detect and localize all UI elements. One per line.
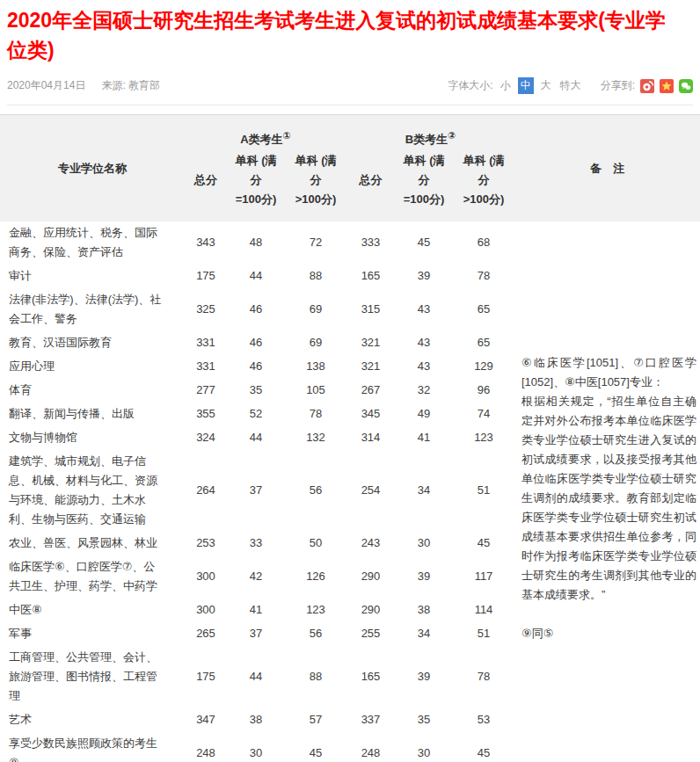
score-cell: 277 bbox=[185, 379, 227, 403]
degree-name-cell: 应用心理 bbox=[0, 355, 185, 379]
degree-name-cell: 审计 bbox=[0, 265, 185, 288]
score-cell: 78 bbox=[453, 265, 514, 288]
score-cell: 78 bbox=[453, 646, 514, 708]
share-label: 分享到: bbox=[601, 78, 635, 93]
col-header-total-a: 总分 bbox=[185, 149, 227, 221]
score-cell: 30 bbox=[395, 732, 453, 762]
degree-name-cell: 教育、汉语国际教育 bbox=[0, 331, 185, 355]
degree-name-cell: 体育 bbox=[0, 379, 185, 403]
score-cell: 126 bbox=[285, 555, 346, 599]
meta-left: 2020年04月14日来源: 教育部 bbox=[7, 78, 176, 93]
score-cell: 44 bbox=[227, 265, 285, 288]
score-cell: 44 bbox=[227, 426, 285, 450]
score-cell: 355 bbox=[185, 403, 227, 426]
score-cell: 37 bbox=[227, 450, 285, 532]
score-cell: 46 bbox=[227, 331, 285, 355]
score-cell: 37 bbox=[227, 622, 285, 646]
score-cell: 45 bbox=[453, 732, 514, 762]
score-cell: 324 bbox=[185, 426, 227, 450]
article-page: 2020年全国硕士研究生招生考试考生进入复试的初试成绩基本要求(专业学位类) 2… bbox=[0, 5, 700, 762]
col-header-total-b: 总分 bbox=[346, 149, 395, 221]
score-cell: 52 bbox=[227, 403, 285, 426]
score-cell: 30 bbox=[395, 532, 453, 555]
score-cell: 38 bbox=[227, 708, 285, 732]
col-header-singlegt100-a: 单科 (满 分 >100分) bbox=[285, 149, 346, 221]
score-cell: 42 bbox=[227, 555, 285, 599]
score-cell: 114 bbox=[453, 599, 514, 622]
col-header-major: 专业学位名称 bbox=[0, 115, 185, 222]
qzone-icon[interactable] bbox=[660, 79, 674, 93]
score-cell: 65 bbox=[453, 288, 514, 331]
score-cell: 72 bbox=[285, 221, 346, 265]
score-cell: 35 bbox=[227, 379, 285, 403]
font-size-xlarge-button[interactable]: 特大 bbox=[558, 77, 583, 94]
score-cell: 32 bbox=[395, 379, 453, 403]
score-cell: 265 bbox=[185, 622, 227, 646]
degree-name-cell: 临床医学⑥、口腔医学⑦、公共卫生、护理、药学、中药学 bbox=[0, 555, 185, 599]
score-cell: 300 bbox=[185, 555, 227, 599]
score-cell: 175 bbox=[185, 646, 227, 708]
wechat-icon[interactable] bbox=[679, 79, 693, 93]
score-cell: 253 bbox=[185, 532, 227, 555]
score-cell: 243 bbox=[346, 532, 395, 555]
score-cell: 105 bbox=[285, 379, 346, 403]
score-cell: 44 bbox=[227, 646, 285, 708]
score-cell: 34 bbox=[395, 622, 453, 646]
score-cell: 175 bbox=[185, 265, 227, 288]
source-label: 来源: 教育部 bbox=[101, 79, 160, 91]
score-cell: 39 bbox=[395, 555, 453, 599]
score-cell: 290 bbox=[346, 599, 395, 622]
score-cell: 48 bbox=[227, 221, 285, 265]
score-cell: 39 bbox=[395, 646, 453, 708]
score-cell: 50 bbox=[285, 532, 346, 555]
score-cell: 132 bbox=[285, 426, 346, 450]
col-group-b: B类考生② bbox=[346, 115, 514, 150]
degree-name-cell: 文物与博物馆 bbox=[0, 426, 185, 450]
score-cell: 248 bbox=[346, 732, 395, 762]
font-size-medium-button[interactable]: 中 bbox=[518, 77, 534, 94]
publish-date: 2020年04月14日 bbox=[7, 79, 85, 91]
score-cell: 51 bbox=[453, 450, 514, 532]
score-cell: 35 bbox=[395, 708, 453, 732]
degree-name-cell: 建筑学、城市规划、电子信息、机械、材料与化工、资源与环境、能源动力、土木水利、生… bbox=[0, 450, 185, 532]
score-cell: 57 bbox=[285, 708, 346, 732]
remark-paragraph: ⑥临床医学[1051]、⑦口腔医学[1052]、⑧中医[1057]专业： bbox=[521, 353, 696, 392]
score-cell: 51 bbox=[453, 622, 514, 646]
score-cell: 43 bbox=[395, 288, 453, 331]
score-table: 专业学位名称 A类考生① B类考生② 备 注 总分 单科 (满 分 =100分)… bbox=[0, 114, 700, 762]
table-header: 专业学位名称 A类考生① B类考生② 备 注 总分 单科 (满 分 =100分)… bbox=[0, 115, 700, 222]
score-cell: 117 bbox=[453, 555, 514, 599]
score-cell: 41 bbox=[227, 599, 285, 622]
score-cell: 314 bbox=[346, 426, 395, 450]
score-cell: 264 bbox=[185, 450, 227, 532]
score-cell: 45 bbox=[453, 532, 514, 555]
score-cell: 96 bbox=[453, 379, 514, 403]
score-cell: 315 bbox=[346, 288, 395, 331]
score-cell: 345 bbox=[346, 403, 395, 426]
score-cell: 267 bbox=[346, 379, 395, 403]
score-cell: 88 bbox=[285, 265, 346, 288]
remark-paragraph: 根据相关规定，“招生单位自主确定并对外公布报考本单位临床医学类专业学位硕士研究生… bbox=[521, 392, 696, 605]
score-cell: 46 bbox=[227, 355, 285, 379]
font-size-large-button[interactable]: 大 bbox=[539, 77, 553, 94]
degree-name-cell: 金融、应用统计、税务、国际商务、保险、资产评估 bbox=[0, 221, 185, 265]
font-size-small-button[interactable]: 小 bbox=[499, 77, 513, 94]
score-cell: 56 bbox=[285, 622, 346, 646]
score-cell: 74 bbox=[453, 403, 514, 426]
score-cell: 165 bbox=[346, 646, 395, 708]
score-cell: 333 bbox=[346, 221, 395, 265]
score-cell: 123 bbox=[285, 599, 346, 622]
score-cell: 165 bbox=[346, 265, 395, 288]
score-cell: 255 bbox=[346, 622, 395, 646]
score-cell: 78 bbox=[285, 403, 346, 426]
weibo-icon[interactable] bbox=[640, 79, 654, 93]
score-cell: 49 bbox=[395, 403, 453, 426]
score-cell: 69 bbox=[285, 288, 346, 331]
score-cell: 325 bbox=[185, 288, 227, 331]
col-header-single100-a: 单科 (满 分 =100分) bbox=[227, 149, 285, 221]
score-cell: 331 bbox=[185, 331, 227, 355]
table-row: 金融、应用统计、税务、国际商务、保险、资产评估34348723334568⑥临床… bbox=[0, 221, 700, 265]
score-cell: 248 bbox=[185, 732, 227, 762]
score-cell: 45 bbox=[285, 732, 346, 762]
degree-name-cell: 中医⑧ bbox=[0, 599, 185, 622]
